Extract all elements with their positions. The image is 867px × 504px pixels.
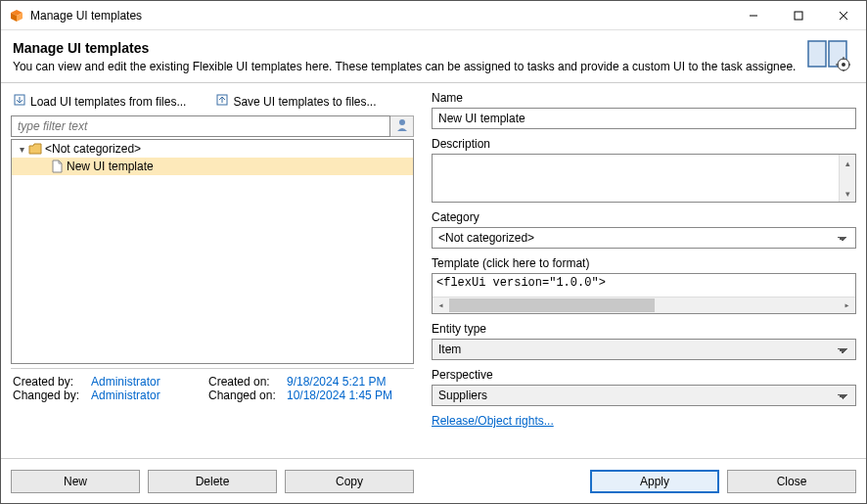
- export-icon: [215, 93, 229, 110]
- dialog-manage-ui-templates: Manage UI templates Manage UI templates …: [0, 0, 867, 504]
- scroll-down-icon[interactable]: ▾: [840, 185, 855, 202]
- template-label: Template (click here to format): [432, 256, 856, 270]
- changed-on-value: 10/18/2024 1:45 PM: [287, 389, 392, 402]
- entity-type-select[interactable]: Item: [432, 339, 856, 360]
- minimize-button[interactable]: [731, 1, 776, 30]
- load-templates-link[interactable]: Load UI templates from files...: [13, 93, 186, 110]
- changed-by-label: Changed by:: [13, 389, 91, 402]
- scroll-right-icon[interactable]: ▸: [839, 299, 855, 311]
- description-textarea[interactable]: ▴ ▾: [432, 154, 856, 203]
- description-label: Description: [432, 137, 856, 151]
- close-button[interactable]: [821, 1, 866, 30]
- filter-user-button[interactable]: [390, 115, 414, 137]
- tree-category-row[interactable]: ▾ <Not categorized>: [12, 140, 413, 158]
- close-dialog-button[interactable]: Close: [727, 470, 856, 493]
- svg-point-10: [842, 63, 845, 67]
- delete-button[interactable]: Delete: [148, 470, 277, 493]
- scroll-thumb[interactable]: [449, 298, 655, 312]
- svg-rect-7: [808, 41, 826, 67]
- metadata-block: Created by: Administrator Created on: 9/…: [11, 368, 414, 402]
- entity-type-label: Entity type: [432, 322, 856, 336]
- template-code-text: <flexUi version="1.0.0">: [436, 276, 606, 290]
- page-title: Manage UI templates: [13, 40, 796, 56]
- created-on-label: Created on:: [208, 375, 287, 389]
- changed-on-label: Changed on:: [208, 389, 287, 402]
- chevron-down-icon[interactable]: ▾: [16, 144, 27, 155]
- new-button[interactable]: New: [11, 470, 140, 493]
- copy-button[interactable]: Copy: [285, 470, 414, 493]
- right-panel: Name Description ▴ ▾ Category <Not categ…: [432, 91, 856, 458]
- page-subtitle: You can view and edit the existing Flexi…: [13, 60, 796, 73]
- scroll-up-icon[interactable]: ▴: [840, 155, 855, 171]
- import-icon: [13, 93, 26, 110]
- template-tree[interactable]: ▾ <Not categorized> New UI template: [11, 139, 414, 364]
- footer: New Delete Copy Apply Close: [1, 458, 866, 503]
- scroll-left-icon[interactable]: ◂: [433, 299, 449, 311]
- document-icon: [49, 160, 65, 173]
- person-icon: [396, 118, 408, 135]
- save-templates-link[interactable]: Save UI templates to files...: [215, 93, 376, 110]
- created-by-value[interactable]: Administrator: [91, 375, 160, 389]
- created-on-value: 9/18/2024 5:21 PM: [287, 375, 386, 389]
- templates-header-icon: [807, 38, 854, 74]
- scrollbar-horizontal[interactable]: ◂ ▸: [433, 297, 855, 313]
- titlebar: Manage UI templates: [1, 1, 866, 30]
- save-templates-label: Save UI templates to files...: [233, 95, 376, 109]
- left-panel: Load UI templates from files... Save UI …: [11, 91, 414, 458]
- scrollbar-vertical[interactable]: ▴ ▾: [839, 155, 855, 202]
- tree-item-row[interactable]: New UI template: [12, 158, 413, 175]
- format-link[interactable]: here: [513, 256, 536, 270]
- perspective-label: Perspective: [432, 368, 856, 382]
- category-label: Category: [432, 210, 856, 224]
- load-templates-label: Load UI templates from files...: [30, 95, 186, 109]
- svg-rect-4: [795, 12, 802, 20]
- changed-by-value[interactable]: Administrator: [91, 389, 160, 402]
- name-label: Name: [432, 91, 856, 105]
- folder-icon: [27, 143, 43, 155]
- name-input[interactable]: [432, 108, 856, 129]
- category-select[interactable]: <Not categorized>: [432, 227, 856, 249]
- template-code-input[interactable]: <flexUi version="1.0.0"> ◂ ▸: [432, 273, 856, 314]
- app-icon: [9, 8, 24, 23]
- apply-button[interactable]: Apply: [590, 470, 719, 493]
- window-title: Manage UI templates: [30, 9, 142, 23]
- tree-item-label: New UI template: [67, 160, 154, 173]
- release-rights-link[interactable]: Release/Object rights...: [432, 414, 554, 428]
- filter-input[interactable]: [11, 115, 390, 137]
- perspective-select[interactable]: Suppliers: [432, 385, 856, 406]
- tree-category-label: <Not categorized>: [45, 142, 141, 156]
- header: Manage UI templates You can view and edi…: [1, 30, 866, 83]
- svg-point-17: [399, 119, 405, 125]
- created-by-label: Created by:: [13, 375, 91, 389]
- maximize-button[interactable]: [776, 1, 821, 30]
- window-controls: [731, 1, 866, 30]
